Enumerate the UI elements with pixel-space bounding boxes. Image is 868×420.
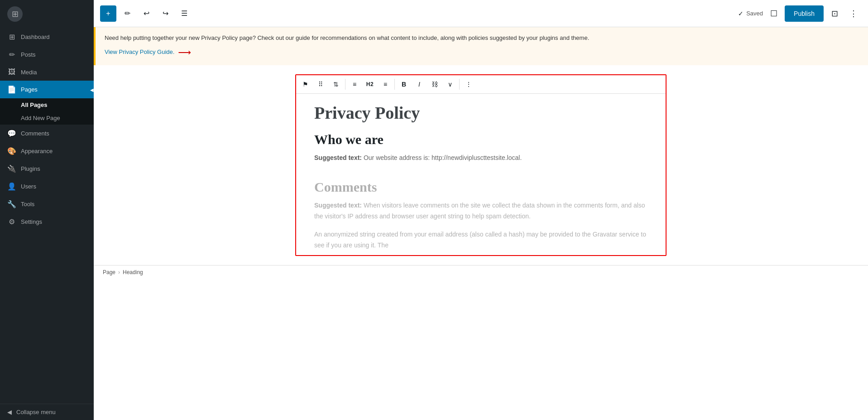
bookmark-button[interactable]: ⚑ [298,77,312,92]
suggested-body-1: Our website address is: http://newdivipl… [364,154,522,161]
add-block-button[interactable]: + [100,5,116,22]
sidebar-item-label: Pages [21,86,38,93]
sidebar-item-tools[interactable]: 🔧 Tools [0,195,94,213]
move-arrows-button[interactable]: ⇅ [329,77,343,92]
pages-icon: 📄 [7,85,16,94]
redo-button[interactable]: ↪ [157,5,173,22]
users-icon: 👤 [7,182,16,191]
sidebar-submenu-add-new[interactable]: Add New Page [0,111,94,125]
more-block-options[interactable]: ⋮ [461,77,476,92]
h2-button[interactable]: H2 [363,77,377,92]
link-button[interactable]: ⛓ [427,77,442,92]
sidebar-item-label: Plugins [21,165,40,172]
section-comments: Comments Suggested text: When visitors l… [296,175,666,255]
sidebar-item-label: Posts [21,51,36,58]
notice-text: Need help putting together your new Priv… [105,34,589,41]
suggested-label-2: Suggested text: [314,202,362,209]
section-who-we-are: Who we are Suggested text: Our website a… [296,127,666,175]
drag-handle[interactable]: ⠿ [313,77,328,92]
list-view-button[interactable]: ☰ [176,5,192,22]
sidebar-item-comments[interactable]: 💬 Comments [0,125,94,142]
sidebar-nav: ⊞ Dashboard ✏ Posts 🖼 Media 📄 Pages ◀ Al… [0,28,94,404]
section-suggested-2: Suggested text: When visitors leave comm… [314,200,647,222]
sidebar-toggle-button[interactable]: ⊡ [826,5,843,22]
notice-link-row: View Privacy Policy Guide. ⟵ [105,45,859,59]
page-title-text: Privacy Policy [314,103,420,122]
sidebar-item-posts[interactable]: ✏ Posts [0,46,94,63]
suggested-body-2: When visitors leave comments on the site… [314,202,645,220]
privacy-notice: Need help putting together your new Priv… [94,27,868,65]
media-icon: 🖼 [7,68,16,76]
tools-icon: 🔧 [7,200,16,208]
appearance-icon: 🎨 [7,147,16,155]
block-toolbar: ⚑ ⠿ ⇅ ≡ H2 ≡ [296,75,666,94]
sep1 [345,79,345,90]
publish-button[interactable]: Publish [785,5,824,22]
editor-wrapper: Pre-generated text ⚑ ⠿ ⇅ [94,65,868,266]
undo-icon: ↩ [144,9,149,18]
dashboard-icon: ⊞ [7,33,16,41]
align-center-icon: ≡ [384,81,387,88]
drag-icon: ⠿ [318,81,323,88]
sidebar-item-media[interactable]: 🖼 Media [0,63,94,81]
collapse-label: Collapse menu [16,409,56,415]
sep3 [459,79,460,90]
main-content: + ✏ ↩ ↪ ☰ ✓ Saved ☐ Publish ⊡ ⋮ [94,0,868,420]
preview-button[interactable]: ☐ [766,5,782,22]
sidebar-item-label: Comments [21,130,49,137]
sidebar: ⊞ ⊞ Dashboard ✏ Posts 🖼 Media 📄 Pages ◀ … [0,0,94,420]
italic-icon: I [418,81,420,88]
section-heading-2: Comments [314,179,647,195]
sidebar-item-pages[interactable]: 📄 Pages ◀ [0,81,94,98]
sidebar-item-appearance[interactable]: 🎨 Appearance [0,142,94,160]
undo-button[interactable]: ↩ [138,5,154,22]
sidebar-item-settings[interactable]: ⚙ Settings [0,213,94,231]
bookmark-icon: ⚑ [302,81,308,88]
sidebar-submenu-all-pages[interactable]: All Pages [0,98,94,111]
collapse-menu-button[interactable]: ◀ Collapse menu [0,404,94,420]
link-icon: ⛓ [432,81,438,88]
suggested-label-1: Suggested text: [314,154,362,161]
align-left-button[interactable]: ≡ [347,77,362,92]
status-heading-label: Heading [123,269,143,275]
page-title: Privacy Policy [296,94,666,127]
sidebar-item-label: Users [21,183,36,190]
section-body-2: An anonymized string created from your e… [314,229,647,251]
wordpress-icon: ⊞ [7,6,23,22]
content-area: Need help putting together your new Priv… [94,27,868,420]
pages-submenu: All Pages Add New Page [0,98,94,125]
italic-button[interactable]: I [412,77,427,92]
align-left-icon: ≡ [353,81,356,88]
more-options-button[interactable]: ⋮ [845,5,862,22]
sidebar-item-label: Media [21,69,37,76]
sidebar-item-plugins[interactable]: 🔌 Plugins [0,160,94,178]
editor-block[interactable]: ⚑ ⠿ ⇅ ≡ H2 ≡ [295,74,667,256]
saved-indicator: ✓ Saved [738,10,763,17]
sidebar-toggle-icon: ⊡ [831,9,838,19]
saved-label: Saved [746,10,763,17]
body-text-2: An anonymized string created from your e… [314,231,646,249]
align-center-button[interactable]: ≡ [378,77,393,92]
sidebar-item-label: Settings [21,218,42,225]
editor-toolbar: + ✏ ↩ ↪ ☰ ✓ Saved ☐ Publish ⊡ ⋮ [94,0,868,27]
pages-arrow: ◀ [90,87,94,92]
sidebar-item-users[interactable]: 👤 Users [0,178,94,195]
chevron-button[interactable]: ∨ [443,77,457,92]
settings-icon: ⚙ [7,217,16,226]
section-suggested-1: Suggested text: Our website address is: … [314,153,647,164]
saved-check-icon: ✓ [738,10,743,17]
list-icon: ☰ [181,9,187,18]
bold-button[interactable]: B [397,77,411,92]
arrow-icon: ⟵ [178,45,191,59]
arrows-icon: ⇅ [333,81,339,88]
privacy-guide-link[interactable]: View Privacy Policy Guide. [105,48,174,57]
more-options-icon: ⋮ [849,9,858,19]
collapse-icon: ◀ [7,409,12,415]
sidebar-item-label: Tools [21,201,34,208]
sep2 [394,79,395,90]
status-bar: Page › Heading [94,265,868,279]
edit-button[interactable]: ✏ [119,5,135,22]
posts-icon: ✏ [7,50,16,59]
sidebar-item-dashboard[interactable]: ⊞ Dashboard [0,28,94,46]
section-heading-1: Who we are [314,132,647,147]
